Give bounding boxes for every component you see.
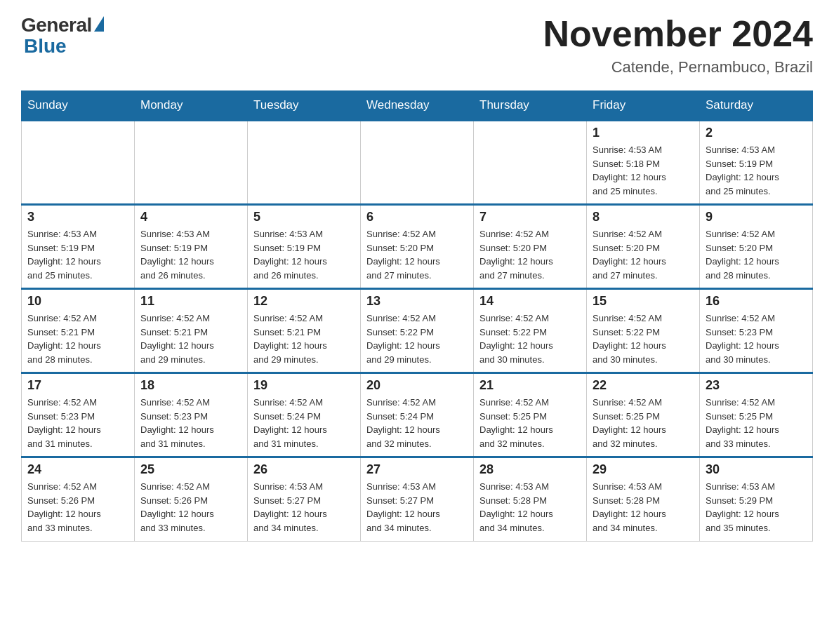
day-info: Sunrise: 4:53 AMSunset: 5:19 PMDaylight:… — [27, 227, 128, 282]
calendar-week-row: 24Sunrise: 4:52 AMSunset: 5:26 PMDayligh… — [22, 457, 813, 542]
day-info: Sunrise: 4:52 AMSunset: 5:25 PMDaylight:… — [479, 396, 581, 450]
calendar-day-20: 20Sunrise: 4:52 AMSunset: 5:24 PMDayligh… — [361, 373, 474, 457]
day-info: Sunrise: 4:52 AMSunset: 5:21 PMDaylight:… — [140, 311, 241, 366]
day-info: Sunrise: 4:53 AMSunset: 5:28 PMDaylight:… — [593, 480, 694, 535]
day-info: Sunrise: 4:52 AMSunset: 5:20 PMDaylight:… — [479, 227, 581, 282]
day-number: 4 — [140, 210, 241, 224]
day-info: Sunrise: 4:53 AMSunset: 5:19 PMDaylight:… — [706, 143, 807, 198]
day-info: Sunrise: 4:52 AMSunset: 5:20 PMDaylight:… — [366, 227, 468, 282]
day-number: 29 — [593, 462, 694, 477]
day-info: Sunrise: 4:52 AMSunset: 5:23 PMDaylight:… — [140, 396, 241, 450]
day-info: Sunrise: 4:52 AMSunset: 5:22 PMDaylight:… — [479, 311, 581, 366]
day-number: 18 — [140, 378, 241, 393]
day-number: 1 — [593, 126, 694, 140]
day-info: Sunrise: 4:52 AMSunset: 5:21 PMDaylight:… — [27, 311, 128, 366]
weekday-header-tuesday: Tuesday — [248, 91, 361, 121]
day-number: 28 — [479, 462, 581, 477]
calendar-day-27: 27Sunrise: 4:53 AMSunset: 5:27 PMDayligh… — [361, 457, 474, 542]
day-number: 22 — [593, 378, 694, 393]
day-info: Sunrise: 4:53 AMSunset: 5:18 PMDaylight:… — [593, 143, 694, 198]
day-number: 25 — [140, 462, 241, 477]
day-info: Sunrise: 4:52 AMSunset: 5:22 PMDaylight:… — [593, 311, 694, 366]
calendar-day-28: 28Sunrise: 4:53 AMSunset: 5:28 PMDayligh… — [474, 457, 587, 542]
calendar-day-21: 21Sunrise: 4:52 AMSunset: 5:25 PMDayligh… — [474, 373, 587, 457]
day-info: Sunrise: 4:52 AMSunset: 5:24 PMDaylight:… — [366, 396, 468, 450]
calendar-day-9: 9Sunrise: 4:52 AMSunset: 5:20 PMDaylight… — [700, 205, 813, 289]
weekday-header-monday: Monday — [135, 91, 248, 121]
day-number: 16 — [706, 294, 807, 309]
day-number: 11 — [140, 294, 241, 309]
calendar-day-23: 23Sunrise: 4:52 AMSunset: 5:25 PMDayligh… — [700, 373, 813, 457]
calendar-day-24: 24Sunrise: 4:52 AMSunset: 5:26 PMDayligh… — [22, 457, 135, 542]
day-number: 24 — [27, 462, 128, 477]
logo-triangle-icon — [94, 16, 104, 32]
day-number: 17 — [27, 378, 128, 393]
day-info: Sunrise: 4:53 AMSunset: 5:28 PMDaylight:… — [479, 480, 581, 535]
day-number: 26 — [253, 462, 355, 477]
logo: General Blue — [21, 14, 104, 58]
calendar-day-17: 17Sunrise: 4:52 AMSunset: 5:23 PMDayligh… — [22, 373, 135, 457]
day-info: Sunrise: 4:52 AMSunset: 5:21 PMDaylight:… — [253, 311, 355, 366]
logo-blue-text: Blue — [24, 35, 67, 58]
weekday-header-saturday: Saturday — [700, 91, 813, 121]
day-info: Sunrise: 4:53 AMSunset: 5:19 PMDaylight:… — [140, 227, 241, 282]
location-title: Catende, Pernambuco, Brazil — [543, 58, 813, 76]
day-info: Sunrise: 4:52 AMSunset: 5:26 PMDaylight:… — [27, 480, 128, 535]
day-info: Sunrise: 4:52 AMSunset: 5:23 PMDaylight:… — [27, 396, 128, 450]
calendar-day-2: 2Sunrise: 4:53 AMSunset: 5:19 PMDaylight… — [700, 121, 813, 205]
calendar-day-4: 4Sunrise: 4:53 AMSunset: 5:19 PMDaylight… — [135, 205, 248, 289]
day-number: 12 — [253, 294, 355, 309]
calendar-day-8: 8Sunrise: 4:52 AMSunset: 5:20 PMDaylight… — [587, 205, 700, 289]
day-number: 15 — [593, 294, 694, 309]
day-number: 3 — [27, 210, 128, 224]
calendar-week-row: 17Sunrise: 4:52 AMSunset: 5:23 PMDayligh… — [22, 373, 813, 457]
calendar-empty-cell — [135, 121, 248, 205]
day-number: 13 — [366, 294, 468, 309]
calendar-day-25: 25Sunrise: 4:52 AMSunset: 5:26 PMDayligh… — [135, 457, 248, 542]
day-info: Sunrise: 4:52 AMSunset: 5:24 PMDaylight:… — [253, 396, 355, 450]
month-title: November 2024 — [543, 14, 813, 54]
day-info: Sunrise: 4:52 AMSunset: 5:20 PMDaylight:… — [593, 227, 694, 282]
calendar-day-11: 11Sunrise: 4:52 AMSunset: 5:21 PMDayligh… — [135, 289, 248, 373]
calendar-empty-cell — [22, 121, 135, 205]
day-info: Sunrise: 4:52 AMSunset: 5:25 PMDaylight:… — [593, 396, 694, 450]
calendar-empty-cell — [248, 121, 361, 205]
day-number: 27 — [366, 462, 468, 477]
day-number: 6 — [366, 210, 468, 224]
day-number: 14 — [479, 294, 581, 309]
calendar-day-6: 6Sunrise: 4:52 AMSunset: 5:20 PMDaylight… — [361, 205, 474, 289]
day-number: 20 — [366, 378, 468, 393]
day-number: 7 — [479, 210, 581, 224]
day-info: Sunrise: 4:52 AMSunset: 5:22 PMDaylight:… — [366, 311, 468, 366]
day-info: Sunrise: 4:52 AMSunset: 5:25 PMDaylight:… — [706, 396, 807, 450]
calendar-day-26: 26Sunrise: 4:53 AMSunset: 5:27 PMDayligh… — [248, 457, 361, 542]
calendar-day-5: 5Sunrise: 4:53 AMSunset: 5:19 PMDaylight… — [248, 205, 361, 289]
calendar-day-18: 18Sunrise: 4:52 AMSunset: 5:23 PMDayligh… — [135, 373, 248, 457]
day-number: 23 — [706, 378, 807, 393]
calendar-week-row: 3Sunrise: 4:53 AMSunset: 5:19 PMDaylight… — [22, 205, 813, 289]
day-number: 5 — [253, 210, 355, 224]
calendar-day-13: 13Sunrise: 4:52 AMSunset: 5:22 PMDayligh… — [361, 289, 474, 373]
day-info: Sunrise: 4:53 AMSunset: 5:27 PMDaylight:… — [366, 480, 468, 535]
calendar-day-1: 1Sunrise: 4:53 AMSunset: 5:18 PMDaylight… — [587, 121, 700, 205]
weekday-header-thursday: Thursday — [474, 91, 587, 121]
weekday-header-friday: Friday — [587, 91, 700, 121]
day-number: 2 — [706, 126, 807, 140]
logo-general-text: General — [21, 14, 92, 36]
calendar-day-16: 16Sunrise: 4:52 AMSunset: 5:23 PMDayligh… — [700, 289, 813, 373]
day-number: 30 — [706, 462, 807, 477]
day-number: 21 — [479, 378, 581, 393]
calendar-table: SundayMondayTuesdayWednesdayThursdayFrid… — [21, 90, 813, 542]
calendar-week-row: 1Sunrise: 4:53 AMSunset: 5:18 PMDaylight… — [22, 121, 813, 205]
page-header: General Blue November 2024 Catende, Pern… — [21, 14, 813, 76]
day-info: Sunrise: 4:52 AMSunset: 5:20 PMDaylight:… — [706, 227, 807, 282]
day-number: 9 — [706, 210, 807, 224]
day-number: 8 — [593, 210, 694, 224]
calendar-empty-cell — [361, 121, 474, 205]
weekday-header-wednesday: Wednesday — [361, 91, 474, 121]
calendar-day-14: 14Sunrise: 4:52 AMSunset: 5:22 PMDayligh… — [474, 289, 587, 373]
day-info: Sunrise: 4:53 AMSunset: 5:29 PMDaylight:… — [706, 480, 807, 535]
calendar-day-3: 3Sunrise: 4:53 AMSunset: 5:19 PMDaylight… — [22, 205, 135, 289]
calendar-day-29: 29Sunrise: 4:53 AMSunset: 5:28 PMDayligh… — [587, 457, 700, 542]
weekday-header-sunday: Sunday — [22, 91, 135, 121]
